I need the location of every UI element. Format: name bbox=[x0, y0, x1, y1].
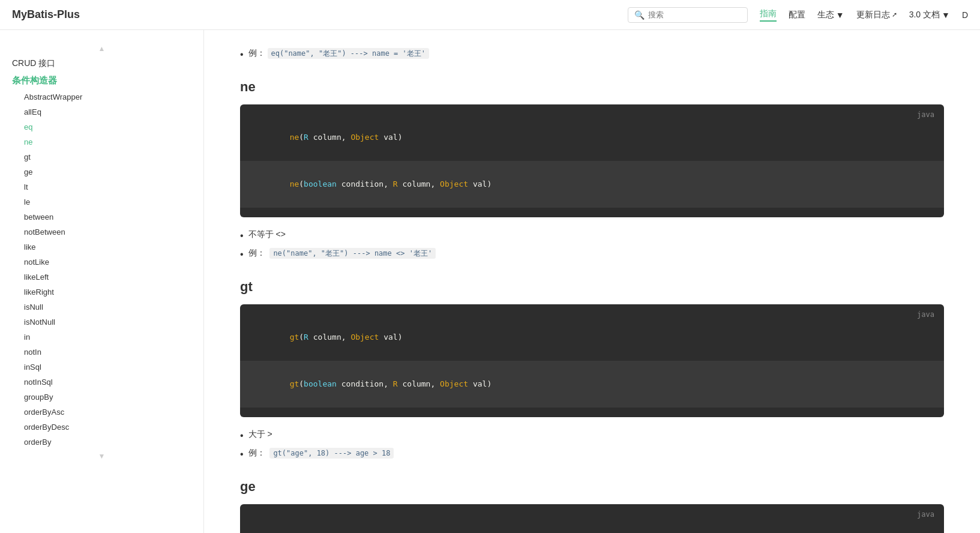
gt-example-code: gt("age", 18) ---> age > 18 bbox=[269, 448, 394, 459]
nav-link-guide[interactable]: 指南 bbox=[760, 8, 777, 22]
gt-bullet-text-1: 大于 > bbox=[248, 429, 272, 440]
ne-code-line-2: ne(boolean condition, R column, Object v… bbox=[240, 161, 944, 208]
sidebar-item-notinsql[interactable]: notInSql bbox=[0, 375, 203, 390]
top-nav: MyBatis-Plus 🔍 指南 配置 生态 ▼ 更新日志 ➚ 3.0 文档 … bbox=[0, 0, 980, 30]
main-layout: ▲ CRUD 接口 条件构造器 AbstractWrapper allEq eq… bbox=[0, 30, 980, 533]
search-icon: 🔍 bbox=[634, 10, 645, 20]
ne-example-code: ne("name", "老王") ---> name <> '老王' bbox=[269, 248, 436, 259]
gt-code-block: java gt(R column, Object val) gt(boolean… bbox=[240, 304, 944, 417]
nav-link-config[interactable]: 配置 bbox=[789, 10, 805, 20]
sidebar-item-alleq[interactable]: allEq bbox=[0, 104, 203, 119]
bullet-dot-ne1: • bbox=[240, 229, 244, 242]
sidebar-item-like[interactable]: like bbox=[0, 239, 203, 254]
sidebar-item-abstractwrapper[interactable]: AbstractWrapper bbox=[0, 89, 203, 104]
sidebar-item-lt[interactable]: lt bbox=[0, 179, 203, 194]
gt-bullet-2: • 例： gt("age", 18) ---> age > 18 bbox=[240, 448, 944, 461]
sidebar-item-isnull[interactable]: isNull bbox=[0, 300, 203, 315]
nav-link-extra[interactable]: D bbox=[962, 10, 968, 20]
ne-bullet-text-1: 不等于 <> bbox=[248, 229, 286, 240]
nav-links: 指南 配置 生态 ▼ 更新日志 ➚ 3.0 文档 ▼ D bbox=[760, 8, 968, 22]
gt-bullet-1: • 大于 > bbox=[240, 429, 944, 442]
sidebar-item-orderby[interactable]: orderBy bbox=[0, 435, 203, 450]
ge-code-block: java ge(R column, Object val) ge(boolean… bbox=[240, 504, 944, 533]
ge-lang-label: java bbox=[917, 510, 934, 519]
sidebar-item-between[interactable]: between bbox=[0, 209, 203, 224]
eq-example-bullet: • 例： eq("name", "老王") ---> name = '老王' bbox=[240, 48, 944, 61]
ge-heading: ge bbox=[240, 479, 944, 495]
sidebar-item-groupby[interactable]: groupBy bbox=[0, 390, 203, 405]
sidebar-item-ge[interactable]: ge bbox=[0, 164, 203, 179]
external-link-icon: ➚ bbox=[892, 11, 897, 19]
ne-code-block: java ne(R column, Object val) ne(boolean… bbox=[240, 104, 944, 217]
nav-link-ecosystem[interactable]: 生态 ▼ bbox=[817, 10, 844, 20]
sidebar-item-insql[interactable]: inSql bbox=[0, 360, 203, 375]
sidebar-item-orderbydesc[interactable]: orderByDesc bbox=[0, 420, 203, 435]
ne-lang-label: java bbox=[917, 110, 934, 119]
bullet-dot-gt2: • bbox=[240, 448, 244, 461]
sidebar-item-notlike[interactable]: notLike bbox=[0, 254, 203, 270]
sidebar: ▲ CRUD 接口 条件构造器 AbstractWrapper allEq eq… bbox=[0, 30, 204, 533]
sidebar-item-ne[interactable]: ne bbox=[0, 134, 203, 149]
nav-link-docs[interactable]: 3.0 文档 ▼ bbox=[909, 10, 950, 20]
gt-code-line-2: gt(boolean condition, R column, Object v… bbox=[240, 361, 944, 408]
nav-link-changelog[interactable]: 更新日志 ➚ bbox=[856, 10, 897, 20]
bullet-dot: • bbox=[240, 48, 244, 61]
search-box[interactable]: 🔍 bbox=[628, 7, 748, 23]
sidebar-item-crud[interactable]: CRUD 接口 bbox=[0, 55, 203, 72]
bullet-dot-ne2: • bbox=[240, 248, 244, 261]
ne-heading: ne bbox=[240, 79, 944, 95]
ne-bullet-2: • 例： ne("name", "老王") ---> name <> '老王' bbox=[240, 248, 944, 261]
sidebar-item-eq[interactable]: eq bbox=[0, 119, 203, 134]
ne-code-line-1: ne(R column, Object val) bbox=[252, 114, 932, 161]
sidebar-item-in[interactable]: in bbox=[0, 330, 203, 345]
ge-code-line-1: ge(R column, Object val) bbox=[252, 514, 932, 533]
sidebar-item-notbetween[interactable]: notBetween bbox=[0, 224, 203, 239]
scroll-down-indicator: ▼ bbox=[0, 450, 203, 463]
gt-lang-label: java bbox=[917, 310, 934, 319]
sidebar-item-orderbyasc[interactable]: orderByAsc bbox=[0, 405, 203, 420]
search-input[interactable] bbox=[648, 10, 741, 19]
chevron-down-icon-docs: ▼ bbox=[942, 10, 950, 20]
gt-code-line-1: gt(R column, Object val) bbox=[252, 314, 932, 361]
logo: MyBatis-Plus bbox=[12, 8, 80, 21]
sidebar-item-conditions[interactable]: 条件构造器 bbox=[0, 72, 203, 89]
sidebar-item-likeright[interactable]: likeRight bbox=[0, 285, 203, 300]
sidebar-item-le[interactable]: le bbox=[0, 194, 203, 209]
sidebar-item-gt[interactable]: gt bbox=[0, 149, 203, 164]
sidebar-item-isnotnull[interactable]: isNotNull bbox=[0, 315, 203, 330]
gt-heading: gt bbox=[240, 279, 944, 295]
sidebar-item-likeleft[interactable]: likeLeft bbox=[0, 270, 203, 285]
sidebar-item-notin[interactable]: notIn bbox=[0, 345, 203, 360]
main-content: • 例： eq("name", "老王") ---> name = '老王' n… bbox=[204, 30, 980, 533]
scroll-up-indicator: ▲ bbox=[0, 42, 203, 55]
bullet-dot-gt1: • bbox=[240, 429, 244, 442]
chevron-down-icon: ▼ bbox=[836, 10, 844, 20]
ne-bullet-1: • 不等于 <> bbox=[240, 229, 944, 242]
eq-example-code: eq("name", "老王") ---> name = '老王' bbox=[268, 48, 430, 59]
